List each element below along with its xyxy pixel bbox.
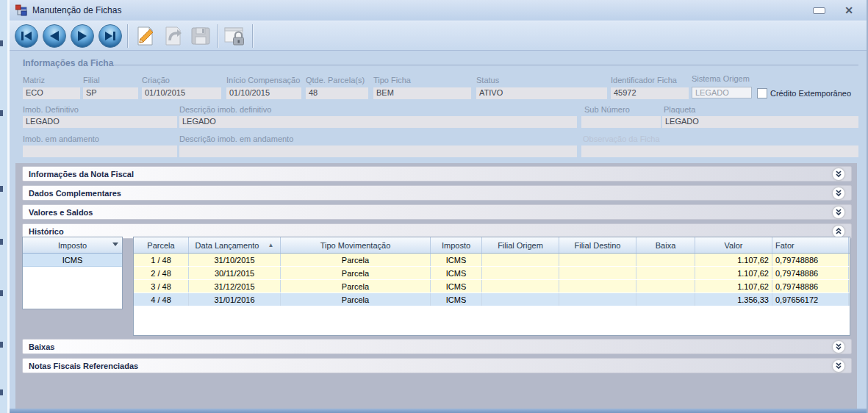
- field-criacao[interactable]: 01/10/2015: [142, 87, 221, 99]
- field-qtde-parcelas[interactable]: 48: [306, 87, 368, 99]
- save-button[interactable]: [187, 23, 215, 49]
- column-header-label: Data Lançamento: [196, 241, 259, 250]
- historico-row[interactable]: 4 / 4831/01/2016ParcelaICMS1.356,330,976…: [134, 293, 850, 306]
- main-window: Manutenção de Fichas ✕: [7, 0, 868, 413]
- historico-cell[interactable]: ICMS: [431, 280, 482, 292]
- field-plaqueta[interactable]: LEGADO: [662, 116, 858, 128]
- section-bar-nota-fiscal[interactable]: Informações da Nota Fiscal: [22, 166, 852, 182]
- first-record-button[interactable]: [12, 23, 40, 49]
- edit-button[interactable]: [131, 23, 159, 49]
- field-descricao-imob-definitivo[interactable]: LEGADO: [179, 116, 577, 128]
- historico-cell[interactable]: [636, 254, 695, 266]
- historico-cell[interactable]: [559, 293, 636, 306]
- expand-section-button[interactable]: [832, 206, 845, 219]
- historico-cell[interactable]: [636, 267, 695, 279]
- historico-cell[interactable]: [636, 280, 695, 292]
- historico-cell[interactable]: 0,79748886: [772, 280, 849, 292]
- first-record-icon: [14, 24, 39, 49]
- historico-cell[interactable]: 4 / 48: [134, 293, 189, 306]
- section-bar-notas-fiscais-referenciadas[interactable]: Notas Fiscais Referenciadas: [22, 358, 852, 373]
- field-status[interactable]: ATIVO: [476, 87, 607, 99]
- historico-row[interactable]: 3 / 4831/12/2015ParcelaICMS1.107,620,797…: [134, 280, 850, 293]
- section-bar-baixas[interactable]: Baixas: [22, 339, 852, 354]
- column-header-baixa[interactable]: Baixa: [636, 237, 695, 253]
- historico-cell[interactable]: [482, 293, 559, 306]
- security-button[interactable]: [221, 23, 249, 49]
- field-label-qtde-parcelas: Qtde. Parcela(s): [306, 76, 365, 85]
- field-filial[interactable]: SP: [83, 87, 138, 99]
- historico-cell[interactable]: 0,79748886: [772, 267, 849, 279]
- last-record-icon: [98, 24, 123, 49]
- column-header-filial-destino[interactable]: Filial Destino: [559, 237, 636, 253]
- field-sistema-origem[interactable]: LEGADO: [692, 87, 752, 98]
- historico-cell[interactable]: 31/10/2015: [189, 254, 281, 266]
- column-header-data-lan-amento[interactable]: Data Lançamento▲: [189, 237, 281, 253]
- window-title: Manutenção de Fichas: [32, 5, 121, 15]
- historico-cell[interactable]: [559, 280, 636, 292]
- historico-cell[interactable]: [482, 267, 559, 279]
- previous-record-button[interactable]: [40, 23, 68, 49]
- next-record-button[interactable]: [68, 23, 96, 49]
- historico-cell[interactable]: ICMS: [431, 254, 482, 266]
- last-record-button[interactable]: [96, 23, 124, 49]
- field-imob-definitivo[interactable]: LEGADO: [23, 116, 177, 128]
- historico-row[interactable]: 2 / 4830/11/2015ParcelaICMS1.107,620,797…: [134, 267, 850, 280]
- historico-cell[interactable]: Parcela: [281, 280, 431, 292]
- historico-cell[interactable]: [559, 254, 636, 266]
- historico-cell[interactable]: 3 / 48: [134, 280, 189, 292]
- field-inicio-compensacao[interactable]: 01/10/2015: [226, 87, 301, 99]
- historico-cell[interactable]: Parcela: [281, 267, 431, 279]
- historico-cell[interactable]: 0,97656172: [772, 293, 849, 306]
- historico-cell[interactable]: Parcela: [281, 293, 431, 306]
- minimize-button[interactable]: [813, 7, 825, 14]
- column-header-filial-origem[interactable]: Filial Origem: [482, 237, 559, 253]
- historico-row[interactable]: 1 / 4831/10/2015ParcelaICMS1.107,620,797…: [134, 254, 850, 267]
- expand-section-button[interactable]: [832, 340, 845, 353]
- section-title: Informações da Nota Fiscal: [29, 170, 134, 179]
- historico-cell[interactable]: 1.107,62: [695, 280, 772, 292]
- section-title: Dados Complementares: [29, 189, 121, 198]
- credito-extemporaneo-checkbox[interactable]: [757, 88, 767, 98]
- historico-cell[interactable]: 0,79748886: [772, 254, 849, 266]
- historico-cell[interactable]: [559, 267, 636, 279]
- field-imob-em-andamento[interactable]: [23, 146, 177, 157]
- historico-cell[interactable]: 1.107,62: [695, 267, 772, 279]
- historico-cell[interactable]: Parcela: [281, 254, 431, 266]
- historico-cell[interactable]: 1 / 48: [134, 254, 189, 266]
- edit-pencil-icon: [133, 24, 157, 48]
- field-tipo-ficha[interactable]: BEM: [373, 87, 471, 99]
- historico-cell[interactable]: [482, 280, 559, 292]
- close-button[interactable]: ✕: [844, 5, 853, 15]
- historico-cell[interactable]: 31/01/2016: [189, 293, 281, 306]
- field-matriz[interactable]: ECO: [23, 87, 80, 99]
- imposto-filter-header[interactable]: Imposto: [23, 237, 122, 254]
- field-sub-numero[interactable]: [581, 116, 661, 128]
- expand-section-button[interactable]: [832, 359, 845, 373]
- column-header-valor[interactable]: Valor: [695, 237, 772, 253]
- field-descricao-imob-em-andamento[interactable]: [179, 146, 577, 157]
- historico-cell[interactable]: ICMS: [431, 267, 482, 279]
- historico-cell[interactable]: 1.356,33: [695, 293, 772, 306]
- expand-section-button[interactable]: [832, 168, 845, 181]
- column-header-tipo-movimenta-o[interactable]: Tipo Movimentação: [281, 237, 431, 253]
- field-observacao-ficha[interactable]: [581, 146, 858, 157]
- grid-body: 1 / 4831/10/2015ParcelaICMS1.107,620,797…: [134, 254, 850, 306]
- column-header-imposto[interactable]: Imposto: [431, 237, 482, 253]
- historico-cell[interactable]: [482, 254, 559, 266]
- imposto-list-item[interactable]: ICMS: [23, 254, 122, 267]
- field-identificador-ficha[interactable]: 45972: [611, 87, 689, 99]
- section-bar-dados-complementares[interactable]: Dados Complementares: [22, 185, 852, 201]
- expand-section-button[interactable]: [832, 187, 845, 200]
- historico-cell[interactable]: ICMS: [431, 293, 482, 306]
- historico-cell[interactable]: 2 / 48: [134, 267, 189, 279]
- toolbar-separator: [252, 24, 253, 48]
- historico-cell[interactable]: 30/11/2015: [189, 267, 281, 279]
- column-header-parcela[interactable]: Parcela: [134, 237, 189, 253]
- collapse-section-button[interactable]: [832, 225, 845, 238]
- section-bar-valores-saldos[interactable]: Valores e Saldos: [22, 204, 852, 220]
- historico-cell[interactable]: 1.107,62: [695, 254, 772, 266]
- historico-cell[interactable]: 31/12/2015: [189, 280, 281, 292]
- column-header-fator[interactable]: Fator: [772, 237, 849, 253]
- undo-button[interactable]: [159, 23, 187, 49]
- historico-cell[interactable]: [636, 293, 695, 306]
